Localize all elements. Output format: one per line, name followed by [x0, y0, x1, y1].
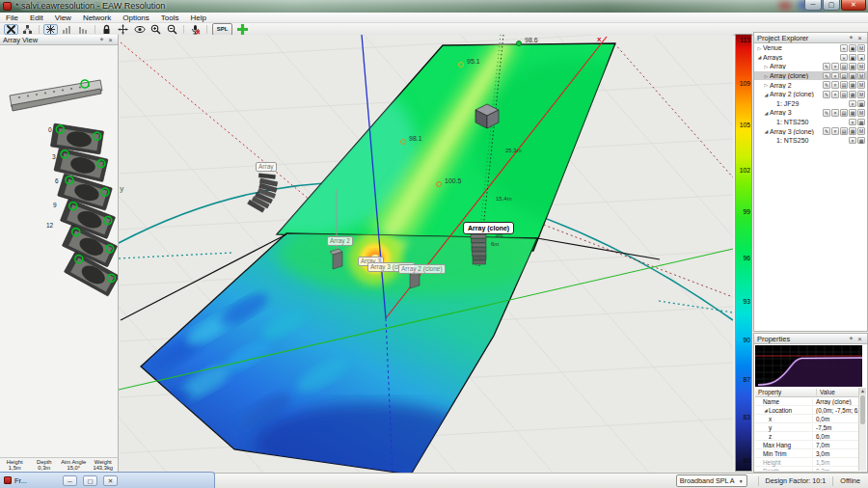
- array-drawing[interactable]: 0 3 6 9 12: [0, 45, 118, 458]
- add-icon[interactable]: +: [840, 54, 848, 62]
- bg-maximize-button[interactable]: ▢: [83, 475, 97, 486]
- pan-crosshair-icon[interactable]: [116, 24, 130, 35]
- property-row-height[interactable]: Height1,5m: [755, 458, 859, 467]
- close-button[interactable]: ✕: [841, 0, 866, 11]
- close-panel-icon[interactable]: ×: [855, 336, 864, 342]
- spl-marker-dot[interactable]: [516, 41, 522, 46]
- tree-item-1-jf29[interactable]: 1: JF29×▦: [754, 99, 867, 109]
- copy-icon[interactable]: ▦: [857, 100, 865, 108]
- crossed-tools-icon[interactable]: [4, 24, 18, 35]
- edit-icon[interactable]: ✎: [823, 63, 830, 70]
- copy-icon[interactable]: ▦: [849, 72, 856, 80]
- spl-marker-ring[interactable]: [400, 139, 406, 145]
- zoom-out-icon[interactable]: [165, 24, 179, 35]
- clone-icon[interactable]: ▤: [840, 91, 848, 98]
- mic-muted-icon[interactable]: [188, 24, 203, 35]
- scroll-thumb[interactable]: [860, 395, 865, 424]
- add-new-icon[interactable]: [235, 24, 250, 35]
- properties-scrollbar[interactable]: ▲: [858, 388, 866, 471]
- delete-icon[interactable]: ×: [831, 109, 839, 117]
- property-row-x[interactable]: x0,0m: [755, 415, 859, 423]
- expander-icon[interactable]: ▷: [763, 73, 770, 79]
- delete-icon[interactable]: ×: [831, 72, 839, 80]
- property-value[interactable]: -7,5m: [813, 424, 859, 431]
- property-value[interactable]: Array (clone): [813, 398, 859, 405]
- delete-icon[interactable]: ×: [849, 137, 856, 145]
- delete-icon[interactable]: ×: [831, 91, 839, 98]
- expander-icon[interactable]: ▷: [756, 45, 763, 51]
- menu-options[interactable]: Options: [117, 14, 155, 22]
- tree-item-array-2[interactable]: ▷Array 2✎×▤▦M: [754, 80, 867, 90]
- copy-icon[interactable]: ▦: [849, 81, 856, 89]
- eye-icon[interactable]: [132, 24, 147, 35]
- menu-view[interactable]: View: [49, 14, 77, 22]
- expander-icon[interactable]: ▷: [763, 64, 770, 69]
- copy-icon[interactable]: ▦: [849, 109, 856, 117]
- clone-icon[interactable]: ▤: [840, 81, 848, 89]
- delete-icon[interactable]: ×: [849, 119, 856, 126]
- close-panel-icon[interactable]: ×: [106, 37, 115, 43]
- clone-icon[interactable]: ▤: [840, 109, 848, 117]
- zoom-in-icon[interactable]: [149, 24, 163, 35]
- expander-icon[interactable]: ◢: [763, 128, 770, 134]
- property-value[interactable]: 3,0m: [813, 450, 859, 457]
- m-icon[interactable]: M: [857, 109, 865, 117]
- tree-item-1-nts250[interactable]: 1: NTS250×▦: [754, 136, 867, 146]
- expander-icon[interactable]: ◢: [756, 54, 763, 60]
- menu-edit[interactable]: Edit: [24, 14, 49, 22]
- lock-icon[interactable]: [99, 24, 114, 35]
- axes-move-icon[interactable]: [43, 24, 58, 35]
- array2-clone-label[interactable]: Array 2 (clone): [398, 264, 446, 274]
- property-row-name[interactable]: NameArray (clone): [755, 397, 859, 406]
- m-icon[interactable]: M: [857, 72, 865, 80]
- spl-mode-dropdown[interactable]: Broadband SPL A ▼: [676, 474, 747, 487]
- menu-help[interactable]: Help: [185, 14, 212, 22]
- edit-icon[interactable]: ✎: [823, 127, 830, 135]
- edit-icon[interactable]: ✎: [823, 81, 830, 89]
- tree-item-array-2-clone-[interactable]: ◢Array 2 (clone)✎×▤▦M: [754, 90, 867, 99]
- close-panel-icon[interactable]: ×: [855, 35, 864, 41]
- tree-item-array-3[interactable]: ◢Array 3✎×▤▦M: [754, 108, 867, 118]
- copy-icon[interactable]: ▦: [857, 137, 865, 145]
- expander-icon[interactable]: ▷: [763, 82, 770, 88]
- copy-icon[interactable]: ▦: [849, 63, 856, 70]
- edit-icon[interactable]: ✎: [823, 109, 830, 117]
- edit-icon[interactable]: ✎: [823, 72, 830, 80]
- m-icon[interactable]: M: [857, 81, 865, 89]
- property-row-max-hang[interactable]: Max Hang7,0m: [755, 441, 859, 449]
- property-row-z[interactable]: z6,0m: [755, 432, 859, 441]
- scroll-up-icon[interactable]: ▲: [859, 388, 866, 394]
- menu-file[interactable]: File: [0, 14, 24, 22]
- tree-item-array-clone-[interactable]: ▷Array (clone)✎×▤▦M: [754, 71, 867, 81]
- grid-icon[interactable]: ▣: [849, 54, 856, 62]
- spl-marker-ring[interactable]: [458, 62, 464, 68]
- delete-icon[interactable]: ×: [849, 100, 856, 108]
- clone-icon[interactable]: ▤: [840, 72, 848, 80]
- add-icon[interactable]: +: [840, 44, 848, 52]
- array-clone-label[interactable]: Array (clone): [463, 222, 514, 234]
- delete-icon[interactable]: ×: [831, 81, 839, 89]
- pin-icon[interactable]: ⌖: [847, 335, 855, 342]
- edit-icon[interactable]: ✎: [823, 91, 830, 98]
- m-icon[interactable]: M: [857, 63, 865, 70]
- title-bar[interactable]: * salvi.eawresolution - EAW Resolution ─…: [0, 0, 868, 13]
- property-row-depth[interactable]: Depth0,3m: [755, 467, 859, 471]
- clone-icon[interactable]: ▤: [840, 127, 848, 135]
- property-row-y[interactable]: y-7,5m: [755, 423, 859, 432]
- chart-bars-1-icon[interactable]: [60, 24, 74, 35]
- tree-item-1-nts250[interactable]: 1: NTS250×▦: [754, 118, 867, 127]
- array2-label[interactable]: Array 2: [327, 236, 353, 246]
- property-row-min-trim[interactable]: Min Trim3,0m: [755, 449, 859, 458]
- property-value[interactable]: 7,0m: [813, 442, 859, 448]
- chart-bars-2-icon[interactable]: [76, 24, 91, 35]
- copy-icon[interactable]: ▦: [849, 127, 856, 135]
- delete-icon[interactable]: ×: [831, 127, 839, 135]
- clone-icon[interactable]: ▤: [840, 63, 848, 70]
- property-row-location[interactable]: ◢Location(0,0m; -7,5m; 6,0m): [755, 406, 859, 415]
- tree-item-array[interactable]: ▷Array✎×▤▦M: [754, 62, 867, 71]
- maximize-button[interactable]: ▢: [823, 0, 840, 11]
- m-icon[interactable]: M: [857, 127, 865, 135]
- menu-network[interactable]: Network: [77, 14, 117, 22]
- tree-item-venue[interactable]: ▷Venue+▣M: [754, 43, 867, 53]
- expander-icon[interactable]: ◢: [763, 110, 770, 116]
